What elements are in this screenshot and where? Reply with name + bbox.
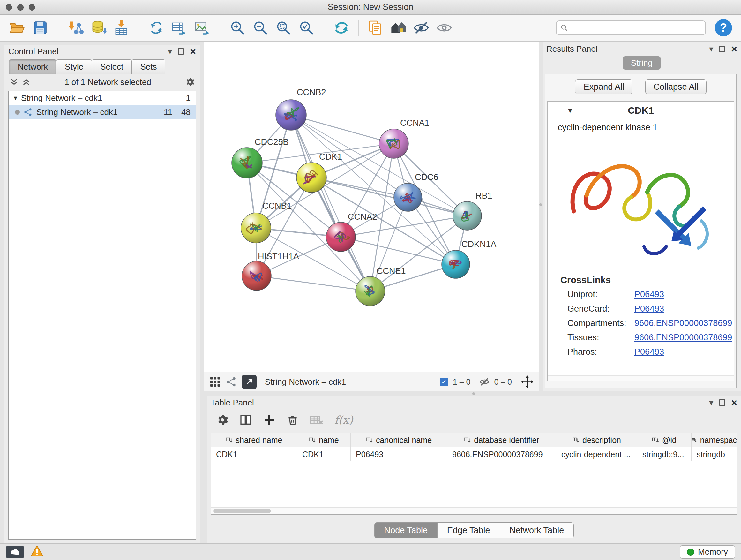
network-node-CCNA2[interactable] xyxy=(326,222,355,252)
network-row-selected[interactable]: String Network – cdk1 11 48 xyxy=(9,105,196,119)
vertical-splitter[interactable] xyxy=(539,42,542,391)
delete-column-icon[interactable] xyxy=(286,414,299,426)
network-edge[interactable] xyxy=(257,276,370,291)
show-graphics-details-button[interactable] xyxy=(434,17,455,38)
collapse-all-icon[interactable] xyxy=(10,78,18,86)
panel-menu-icon[interactable]: ▾ xyxy=(709,398,713,407)
add-column-icon[interactable] xyxy=(263,414,276,426)
zoom-fit-button[interactable] xyxy=(273,17,293,38)
column-header-database-identifier[interactable]: database identifier xyxy=(447,433,556,447)
memory-button[interactable]: Memory xyxy=(680,545,735,559)
table-settings-gear-icon[interactable] xyxy=(216,414,228,426)
collapse-all-button[interactable]: Collapse All xyxy=(645,79,706,94)
birdseye-navigator-button[interactable] xyxy=(388,17,408,38)
tab-edge-table[interactable]: Edge Table xyxy=(437,522,500,538)
network-node-CCNB1[interactable] xyxy=(241,213,271,243)
new-network-button[interactable] xyxy=(146,17,166,38)
splitter-handle[interactable] xyxy=(539,203,542,206)
selected-checkbox[interactable]: ✓ xyxy=(440,378,448,386)
column-header-description[interactable]: description xyxy=(556,433,637,447)
tab-select[interactable]: Select xyxy=(91,59,132,74)
tab-sets[interactable]: Sets xyxy=(131,59,165,74)
network-canvas[interactable]: CCNB2CCNA1CDC25BCDK1CDC6RB1CCNB1CCNA2CDK… xyxy=(204,42,539,372)
splitter-handle[interactable] xyxy=(472,392,475,395)
tab-network[interactable]: Network xyxy=(9,59,57,74)
tab-string[interactable]: String xyxy=(623,56,661,70)
network-node-CCNE1[interactable] xyxy=(355,276,385,306)
zoom-in-button[interactable] xyxy=(227,17,248,38)
window-close-button[interactable] xyxy=(6,4,12,10)
column-header-namespace[interactable]: namespac xyxy=(691,433,737,447)
pan-crosshair-icon[interactable] xyxy=(521,375,534,388)
close-panel-icon[interactable]: × xyxy=(731,44,737,54)
cell-database-identifier[interactable]: 9606.ENSP00000378699 xyxy=(447,447,556,461)
zoom-selected-button[interactable] xyxy=(296,17,317,38)
hide-graphics-details-button[interactable] xyxy=(411,17,431,38)
network-edge[interactable] xyxy=(291,115,370,291)
cell-description[interactable]: cyclin-dependent ... xyxy=(556,447,637,461)
cell-shared-name[interactable]: CDK1 xyxy=(211,447,297,461)
show-columns-icon[interactable] xyxy=(239,414,252,426)
column-header-canonical-name[interactable]: canonical name xyxy=(351,433,447,447)
export-table-button[interactable] xyxy=(169,17,190,38)
warning-button[interactable] xyxy=(30,545,44,559)
cell-namespace[interactable]: stringdb xyxy=(691,447,737,461)
save-session-button[interactable] xyxy=(30,17,51,38)
node-section-header[interactable]: ▾ CDK1 xyxy=(548,102,734,119)
close-panel-icon[interactable]: × xyxy=(190,46,196,57)
search-input[interactable] xyxy=(571,23,701,33)
window-zoom-button[interactable] xyxy=(29,4,35,10)
network-node-CDK1[interactable] xyxy=(296,163,327,192)
horizontal-splitter[interactable] xyxy=(204,391,741,396)
float-panel-icon[interactable] xyxy=(178,48,184,55)
network-collection-row[interactable]: ▾ String Network – cdk1 1 xyxy=(9,91,196,105)
network-node-HIST1H1A[interactable] xyxy=(242,261,271,291)
cell-name[interactable]: CDK1 xyxy=(297,447,351,461)
detach-view-button[interactable] xyxy=(242,374,257,389)
documents-button[interactable] xyxy=(365,17,386,38)
expand-all-button[interactable]: Expand All xyxy=(575,79,632,94)
zoom-out-button[interactable] xyxy=(250,17,271,38)
cloud-button[interactable] xyxy=(6,546,24,558)
panel-menu-icon[interactable]: ▾ xyxy=(709,45,713,53)
cell-canonical-name[interactable]: P06493 xyxy=(351,447,447,461)
column-header-shared-name[interactable]: shared name xyxy=(211,433,297,447)
network-node-CDC25B[interactable] xyxy=(232,147,262,178)
close-panel-icon[interactable]: × xyxy=(731,397,737,408)
tab-style[interactable]: Style xyxy=(56,59,92,74)
column-header-name[interactable]: name xyxy=(297,433,351,447)
grid-view-icon[interactable] xyxy=(209,376,221,388)
import-table-from-file-button[interactable] xyxy=(111,17,131,38)
crosslink-link[interactable]: P06493 xyxy=(634,290,664,300)
network-node-RB1[interactable] xyxy=(453,201,482,230)
share-view-icon[interactable] xyxy=(226,376,237,387)
crosslink-link[interactable]: P06493 xyxy=(634,347,664,357)
table-horizontal-scrollbar[interactable] xyxy=(211,507,737,514)
crosslink-link[interactable]: P06493 xyxy=(634,304,664,314)
tab-network-table[interactable]: Network Table xyxy=(500,522,574,538)
section-caret-icon[interactable]: ▾ xyxy=(568,105,572,115)
results-scrollbar[interactable] xyxy=(548,375,734,381)
import-network-from-file-button[interactable] xyxy=(65,17,85,38)
panel-menu-icon[interactable]: ▾ xyxy=(168,47,172,56)
column-header-id[interactable]: @id xyxy=(637,433,691,447)
crosslink-link[interactable]: 9606.ENSP00000378699 xyxy=(634,333,732,343)
gear-icon[interactable] xyxy=(185,77,195,87)
toolbar-search[interactable] xyxy=(556,20,706,35)
network-node-CCNB2[interactable] xyxy=(276,100,307,130)
collection-caret-icon[interactable]: ▾ xyxy=(14,94,17,102)
network-node-CDC6[interactable] xyxy=(394,183,422,211)
float-panel-icon[interactable] xyxy=(719,46,725,52)
export-image-button[interactable] xyxy=(192,17,212,38)
network-node-CDKN1A[interactable] xyxy=(442,250,470,278)
window-minimize-button[interactable] xyxy=(17,4,23,10)
scrollbar-thumb[interactable] xyxy=(213,509,271,513)
cell-id[interactable]: stringdb:9... xyxy=(637,447,691,461)
expand-all-icon[interactable] xyxy=(22,78,30,86)
crosslink-link[interactable]: 9606.ENSP00000378699 xyxy=(634,318,732,328)
apply-layout-button[interactable] xyxy=(331,17,352,38)
help-button[interactable]: ? xyxy=(715,19,732,37)
network-edge[interactable] xyxy=(312,178,467,216)
open-session-button[interactable] xyxy=(7,17,27,38)
tab-node-table[interactable]: Node Table xyxy=(374,522,437,538)
